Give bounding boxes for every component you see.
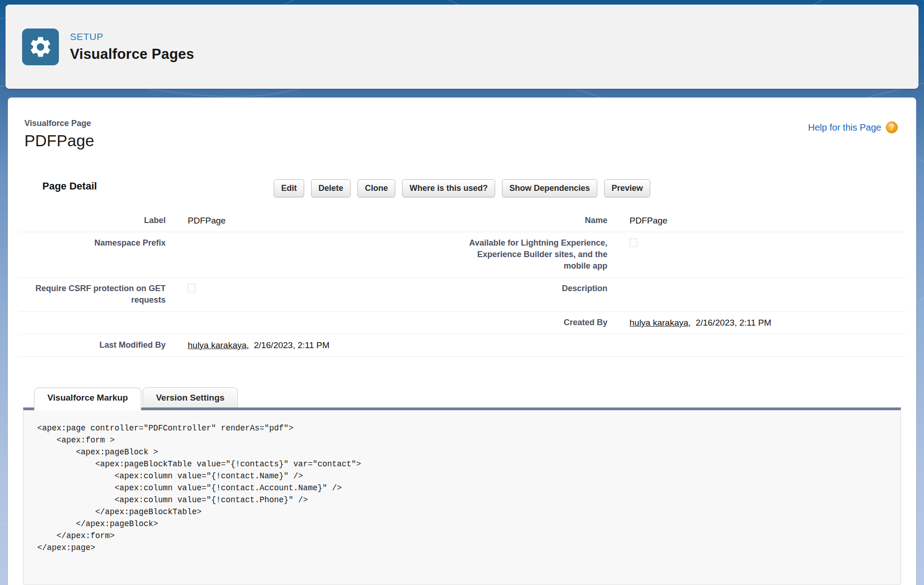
description-label: Description (462, 283, 629, 306)
tab-version-settings[interactable]: Version Settings (143, 387, 238, 407)
last-modified-by-label: Last Modified By (18, 339, 188, 351)
label-field-label: Label (18, 215, 188, 226)
top-button-bar: Edit Delete Clone Where is this used? Sh… (8, 179, 916, 197)
namespace-prefix-value (188, 237, 462, 272)
setup-header: SETUP Visualforce Pages (6, 5, 918, 89)
content-card: Visualforce Page PDFPage Help for this P… (8, 98, 916, 585)
created-by-value: hulya karakaya, 2/16/2023, 2:11 PM (629, 317, 906, 328)
page-title: Visualforce Pages (70, 46, 194, 63)
field-row-csrf-description: Require CSRF protection on GET requests … (18, 278, 906, 312)
field-row-created-by: Created By hulya karakaya, 2/16/2023, 2:… (18, 312, 906, 334)
description-value (629, 283, 906, 306)
label-field-value: PDFPage (188, 215, 462, 226)
visualforce-markup-code: <apex:page controller="PDFController" re… (23, 410, 901, 554)
setup-gear-tile (22, 29, 59, 65)
edit-button[interactable]: Edit (274, 179, 304, 197)
created-by-user-link[interactable]: hulya karakaya (629, 318, 688, 327)
last-modified-by-value: hulya karakaya, 2/16/2023, 2:11 PM (188, 339, 462, 351)
field-row-modified-by: Last Modified By hulya karakaya, 2/16/20… (18, 334, 906, 357)
tab-visualforce-markup[interactable]: Visualforce Markup (34, 388, 141, 411)
gear-icon (28, 34, 53, 59)
delete-button[interactable]: Delete (311, 179, 351, 197)
visualforce-markup-panel: <apex:page controller="PDFController" re… (23, 407, 901, 585)
lightning-availability-label: Available for Lightning Experience, Expe… (462, 237, 629, 272)
entity-type-label: Visualforce Page (24, 119, 898, 128)
show-dependencies-button[interactable]: Show Dependencies (502, 179, 597, 197)
last-modified-by-date: , 2/16/2023, 2:11 PM (247, 340, 329, 350)
csrf-protection-label: Require CSRF protection on GET requests (18, 283, 188, 306)
page-detail-heading: Page Detail (42, 180, 97, 192)
clone-button[interactable]: Clone (358, 179, 395, 197)
created-by-label: Created By (462, 317, 629, 328)
help-icon[interactable]: ? (886, 121, 898, 133)
name-field-label: Name (462, 215, 629, 226)
help-for-this-page-link[interactable]: Help for this Page (808, 122, 881, 133)
detail-fields: Label PDFPage Name PDFPage Namespace Pre… (18, 210, 906, 357)
entity-name: PDFPage (24, 132, 898, 150)
last-modified-by-user-link[interactable]: hulya karakaya (188, 340, 247, 350)
field-row-label-name: Label PDFPage Name PDFPage (18, 210, 906, 232)
where-is-this-used-button[interactable]: Where is this used? (402, 179, 495, 197)
name-field-value: PDFPage (629, 215, 906, 226)
namespace-prefix-label: Namespace Prefix (18, 237, 188, 272)
markup-tabs: Visualforce Markup Version Settings (34, 387, 916, 407)
created-by-date: , 2/16/2023, 2:11 PM (688, 318, 771, 327)
preview-button[interactable]: Preview (604, 179, 650, 197)
field-row-namespace-lightning: Namespace Prefix Available for Lightning… (18, 232, 906, 278)
lightning-availability-checkbox (629, 238, 637, 247)
csrf-protection-checkbox (188, 284, 196, 292)
setup-eyebrow: SETUP (70, 31, 194, 42)
